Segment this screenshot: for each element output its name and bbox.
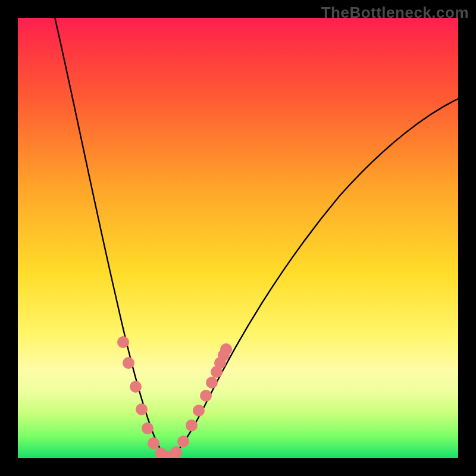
highlight-right bbox=[170, 343, 232, 458]
bottleneck-curve bbox=[18, 18, 458, 458]
svg-point-8 bbox=[170, 446, 182, 458]
svg-point-1 bbox=[123, 357, 134, 369]
svg-point-5 bbox=[148, 437, 159, 449]
svg-point-12 bbox=[200, 390, 212, 402]
chart-frame bbox=[18, 18, 458, 458]
svg-point-11 bbox=[193, 405, 205, 416]
svg-point-3 bbox=[136, 403, 148, 415]
svg-point-0 bbox=[117, 336, 129, 348]
svg-point-9 bbox=[177, 436, 189, 447]
watermark-text: TheBottleneck.com bbox=[321, 4, 469, 22]
curve-right-branch bbox=[168, 98, 458, 458]
svg-point-2 bbox=[130, 381, 142, 393]
curve-left-branch bbox=[54, 18, 168, 458]
svg-point-4 bbox=[142, 422, 154, 434]
svg-point-17 bbox=[220, 343, 232, 355]
svg-point-13 bbox=[206, 377, 218, 389]
highlight-left bbox=[117, 336, 174, 458]
svg-point-10 bbox=[186, 419, 198, 431]
